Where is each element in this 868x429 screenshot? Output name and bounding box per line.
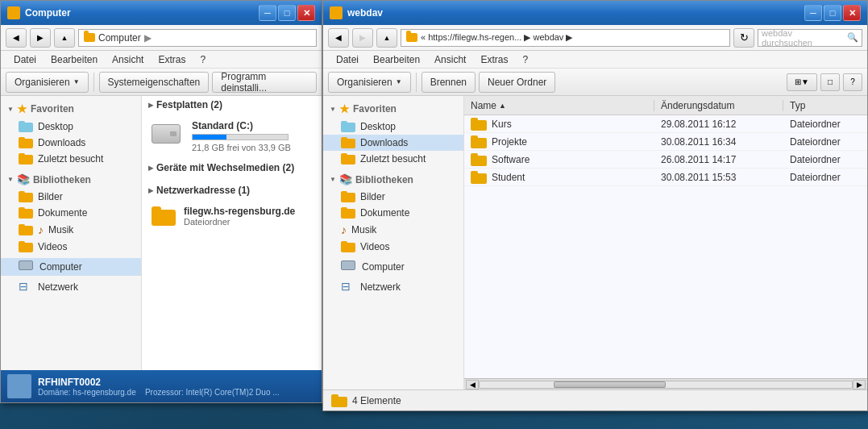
uninstall-button[interactable]: Programm deinstalli... xyxy=(212,72,317,93)
minimize-button[interactable]: ─ xyxy=(259,5,276,21)
webdav-dokumente-icon xyxy=(341,207,355,219)
close-button[interactable]: ✕ xyxy=(297,5,315,21)
view-icon-toggle[interactable]: ⊞▼ xyxy=(787,73,817,91)
webdav-refresh-button[interactable]: ↻ xyxy=(733,28,754,48)
sidebar-item-network[interactable]: Netzwerk xyxy=(1,279,141,295)
drive-c-fill xyxy=(193,135,226,140)
table-row[interactable]: Software 26.08.2011 14:17 Dateiordner xyxy=(464,151,867,169)
webdav-sidebar-bilder[interactable]: Bilder xyxy=(323,189,463,205)
webdav-computer-section: Computer xyxy=(323,258,463,276)
webdav-menu-extras[interactable]: Extras xyxy=(474,52,514,67)
webdav-back-button[interactable]: ◀ xyxy=(328,28,349,48)
col-date-header[interactable]: Änderungsdatum xyxy=(654,100,783,111)
favorites-label: Favoriten xyxy=(31,103,74,115)
webdav-menu-ansicht[interactable]: Ansicht xyxy=(428,52,472,67)
webdav-sidebar-network[interactable]: Netzwerk xyxy=(323,279,463,295)
search-icon: 🔍 xyxy=(847,32,858,43)
webdav-sidebar-videos[interactable]: Videos xyxy=(323,239,463,255)
content-area: ▼ ★ Favoriten Desktop Downloads Zul xyxy=(1,96,322,370)
organize-dropdown-arrow: ▼ xyxy=(73,78,80,85)
favorites-header: ▼ ★ Favoriten xyxy=(1,99,141,119)
horizontal-scrollbar[interactable]: ◀ ▶ xyxy=(464,378,867,389)
menu-ansicht[interactable]: Ansicht xyxy=(106,52,150,67)
webdav-sidebar-dokumente[interactable]: Dokumente xyxy=(323,205,463,221)
webdav-sidebar-musik[interactable]: ♪ Musik xyxy=(323,221,463,239)
status-folder-icon xyxy=(331,394,347,407)
toolbar-separator xyxy=(93,73,94,92)
table-row[interactable]: Projekte 30.08.2011 16:34 Dateiordner xyxy=(464,133,867,151)
up-button[interactable]: ▲ xyxy=(54,28,75,48)
webdav-window-controls: ─ □ ✕ xyxy=(804,5,861,21)
webdav-file-panel: Name ▲ Änderungsdatum Typ Kur xyxy=(464,96,867,389)
webdav-toolbar: Organisieren ▼ Brennen Neuer Ordner ⊞▼ □… xyxy=(323,69,867,96)
student-folder-icon xyxy=(471,171,487,184)
webdav-up-button[interactable]: ▲ xyxy=(376,28,397,48)
menu-extras[interactable]: Extras xyxy=(152,52,192,67)
forward-button[interactable]: ▶ xyxy=(30,28,51,48)
taskbar: RFHINFT0002 Domäne: hs-regensburg.de Pro… xyxy=(1,370,322,402)
window-icon xyxy=(7,6,20,19)
webdav-close-button[interactable]: ✕ xyxy=(843,5,861,21)
bilder-icon xyxy=(19,191,33,202)
menu-bearbeiten[interactable]: Bearbeiten xyxy=(44,52,104,67)
sidebar-item-recent[interactable]: Zuletzt besucht xyxy=(1,151,141,167)
webdav-menu-bar: Datei Bearbeiten Ansicht Extras ? xyxy=(323,51,867,69)
webdav-favorites-header: ▼ ★ Favoriten xyxy=(323,99,463,119)
system-props-button[interactable]: Systemeigenschaften xyxy=(99,72,210,93)
menu-help[interactable]: ? xyxy=(193,52,212,67)
webdav-sidebar-recent[interactable]: Zuletzt besucht xyxy=(323,151,463,167)
webdav-sidebar-computer[interactable]: Computer xyxy=(323,258,463,276)
sidebar-item-bilder[interactable]: Bilder xyxy=(1,189,141,205)
maximize-button[interactable]: □ xyxy=(278,5,296,21)
webdav-search-box[interactable]: webdav durchsuchen 🔍 xyxy=(758,29,862,47)
webdav-menu-help[interactable]: ? xyxy=(516,52,534,67)
webdav-organize-button[interactable]: Organisieren ▼ xyxy=(328,72,411,93)
videos-icon xyxy=(19,241,33,252)
webdav-maximize-button[interactable]: □ xyxy=(824,5,841,21)
titlebar-webdav: webdav ─ □ ✕ xyxy=(323,1,867,25)
webdav-sidebar-desktop[interactable]: Desktop xyxy=(323,119,463,135)
col-type-header[interactable]: Typ xyxy=(783,100,864,111)
sidebar-item-computer[interactable]: Computer xyxy=(1,258,141,276)
table-row[interactable]: Student 30.08.2011 15:53 Dateiordner xyxy=(464,169,867,186)
organize-button[interactable]: Organisieren ▼ xyxy=(6,72,89,93)
address-bar: ◀ ▶ ▲ Computer ▶ xyxy=(1,25,322,51)
col-name-header[interactable]: Name ▲ xyxy=(467,100,654,111)
webdav-recent-icon xyxy=(341,153,355,165)
preview-toggle[interactable]: □ xyxy=(820,73,840,91)
sidebar-item-videos[interactable]: Videos xyxy=(1,239,141,255)
help-button[interactable]: ? xyxy=(843,73,862,91)
sidebar-item-downloads[interactable]: Downloads xyxy=(1,135,141,151)
desktop-icon xyxy=(19,121,33,132)
webdav-menu-bearbeiten[interactable]: Bearbeiten xyxy=(367,52,426,67)
webdav-address-path[interactable]: « https://filegw.hs-regen... ▶ webdav ▶ xyxy=(401,29,730,47)
path-separator: ▶ xyxy=(144,32,152,44)
sidebar-item-musik[interactable]: ♪ Musik xyxy=(1,221,141,239)
webdav-network-section: Netzwerk xyxy=(323,279,463,295)
address-path[interactable]: Computer ▶ xyxy=(78,29,317,47)
table-row[interactable]: Kurs 29.08.2011 16:12 Dateiordner xyxy=(464,115,867,133)
sidebar-item-desktop[interactable]: Desktop xyxy=(1,119,141,135)
webdav-menu-datei[interactable]: Datei xyxy=(330,52,365,67)
drive-c-item[interactable]: Standard (C:) 21,8 GB frei von 33,9 GB xyxy=(142,114,322,159)
scroll-right-button[interactable]: ▶ xyxy=(853,380,866,389)
scrollbar-track[interactable] xyxy=(479,381,853,389)
network-section: Netzwerk xyxy=(1,279,141,295)
back-button[interactable]: ◀ xyxy=(6,28,27,48)
sidebar-label-recent: Zuletzt besucht xyxy=(38,153,103,165)
webdav-new-folder-button[interactable]: Neuer Ordner xyxy=(479,72,555,93)
webdav-forward-button[interactable]: ▶ xyxy=(352,28,373,48)
window-title: Computer xyxy=(25,7,259,19)
sidebar-item-dokumente[interactable]: Dokumente xyxy=(1,205,141,221)
scroll-left-button[interactable]: ◀ xyxy=(466,380,479,389)
menu-datei[interactable]: Datei xyxy=(7,52,43,67)
file-name-projekte: Projekte xyxy=(467,135,654,148)
file-date-software: 26.08.2011 14:17 xyxy=(654,154,783,165)
network-section-header: ▶ Netzwerkadresse (1) xyxy=(142,181,322,199)
webdav-sidebar-downloads[interactable]: Downloads xyxy=(323,135,463,151)
webdav-burn-button[interactable]: Brennen xyxy=(422,72,476,93)
network-drive-item[interactable]: filegw.hs-regensburg.de Dateiordner xyxy=(142,199,322,233)
webdav-minimize-button[interactable]: ─ xyxy=(804,5,822,21)
network-drive-info: filegw.hs-regensburg.de Dateiordner xyxy=(184,206,312,227)
desktop: Computer ─ □ ✕ ◀ ▶ ▲ Computer ▶ Datei Be… xyxy=(0,0,868,429)
